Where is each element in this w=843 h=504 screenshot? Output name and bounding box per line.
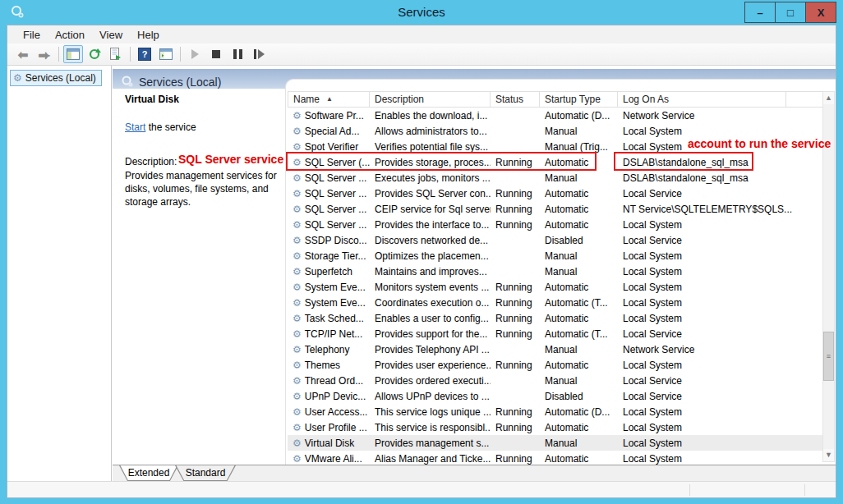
status-separator: [689, 484, 690, 496]
refresh-icon: [88, 48, 101, 61]
maximize-button[interactable]: □: [775, 2, 806, 23]
services-gear-icon: ⚙: [13, 73, 22, 83]
service-gear-icon: ⚙: [293, 438, 302, 448]
back-arrow-icon: ⬅: [18, 48, 29, 61]
services-detail-panel: Services (Local) Virtual Disk Start the …: [113, 66, 836, 481]
list-header: Name▲ Description Status Startup Type Lo…: [288, 91, 826, 108]
table-row[interactable]: ⚙Software Pr... Enables the download, i.…: [288, 108, 826, 123]
service-gear-icon: ⚙: [293, 423, 302, 433]
start-service-button[interactable]: [185, 45, 205, 63]
stop-icon: [212, 50, 220, 58]
table-row[interactable]: ⚙Task Sched... Enables a user to config.…: [288, 310, 826, 326]
table-row[interactable]: ⚙Superfetch Maintains and improves... Ma…: [288, 263, 826, 279]
service-gear-icon: ⚙: [293, 236, 302, 245]
table-row[interactable]: ⚙Storage Tier... Optimizes the placemen.…: [288, 248, 826, 263]
export-list-button[interactable]: [106, 45, 126, 63]
service-gear-icon: ⚙: [293, 111, 302, 121]
service-gear-icon: ⚙: [293, 298, 302, 308]
table-row[interactable]: ⚙Telephony Provides Telephony API ... Ma…: [288, 341, 826, 357]
service-action-line: Start the service: [125, 121, 196, 133]
scroll-down-arrow[interactable]: ▼: [823, 449, 834, 461]
window-title: Services: [0, 5, 843, 19]
column-header-description[interactable]: Description: [370, 91, 491, 108]
pause-service-button[interactable]: [228, 45, 247, 63]
sort-ascending-icon: ▲: [326, 95, 333, 103]
scrollbar-thumb[interactable]: ≡: [823, 332, 834, 381]
menu-help[interactable]: Help: [130, 27, 167, 43]
show-console-tree-button[interactable]: [63, 45, 83, 63]
table-row[interactable]: ⚙SQL Server ... Executes jobs, monitors …: [288, 170, 826, 186]
scroll-up-arrow[interactable]: ▲: [823, 92, 834, 104]
title-bar: Services – □ X: [0, 0, 843, 25]
menu-view[interactable]: View: [92, 27, 130, 43]
console-tree-pane: ⚙ Services (Local): [7, 66, 112, 481]
service-gear-icon: ⚙: [293, 454, 302, 464]
service-gear-icon: ⚙: [293, 189, 302, 199]
service-gear-icon: ⚙: [293, 314, 302, 323]
svg-text:?: ?: [142, 49, 148, 59]
table-row[interactable]: ⚙Thread Ord... Provides ordered executi.…: [288, 373, 826, 388]
services-window: Services – □ X File Action View Help ⬅ ⮕: [0, 0, 843, 504]
table-row[interactable]: ⚙Themes Provides user experience... Runn…: [288, 357, 826, 373]
toolbar: ⬅ ⮕ ?: [7, 44, 836, 66]
menu-bar: File Action View Help: [7, 25, 836, 44]
restart-service-button[interactable]: [249, 45, 269, 63]
back-button[interactable]: ⬅: [13, 45, 33, 63]
start-service-link[interactable]: Start: [125, 121, 145, 133]
column-header-filler: [786, 91, 826, 108]
services-header-icon: [121, 75, 135, 89]
table-row[interactable]: ⚙SQL Server ... CEIP service for Sql ser…: [288, 201, 826, 217]
service-gear-icon: ⚙: [293, 126, 302, 136]
service-gear-icon: ⚙: [293, 392, 302, 401]
tree-item-label: Services (Local): [25, 72, 96, 84]
show-action-pane-button[interactable]: [156, 45, 176, 63]
table-row[interactable]: ⚙User Profile ... This service is respon…: [288, 419, 826, 435]
status-separator: [804, 484, 805, 496]
column-header-log-on-as[interactable]: Log On As: [618, 91, 786, 108]
service-gear-icon: ⚙: [293, 407, 302, 417]
view-tab-bar: Extended Standard: [113, 465, 836, 481]
description-text: Provides management services for disks, …: [125, 169, 286, 208]
pause-icon: [233, 49, 242, 59]
service-gear-icon: ⚙: [293, 173, 302, 183]
restart-icon: [254, 49, 265, 59]
annotation-box-sql-server-row: [286, 152, 597, 171]
table-row[interactable]: ⚙SSDP Disco... Discovers networked de...…: [288, 232, 826, 248]
menu-file[interactable]: File: [16, 27, 48, 43]
service-gear-icon: ⚙: [293, 142, 302, 152]
table-row[interactable]: ⚙User Access... This service logs unique…: [288, 404, 826, 419]
help-button[interactable]: ?: [135, 45, 154, 63]
close-button[interactable]: X: [805, 2, 836, 23]
table-row[interactable]: ⚙System Eve... Coordinates execution o..…: [288, 295, 826, 310]
help-icon: ?: [138, 48, 151, 61]
refresh-button[interactable]: [85, 45, 104, 63]
annotation-sql-server-service: SQL Server service: [178, 153, 283, 166]
annotation-account-to-run-service: account to run the service: [688, 137, 831, 150]
column-header-name[interactable]: Name▲: [288, 91, 370, 108]
annotation-box-logon-account: [614, 152, 753, 171]
table-row[interactable]: ⚙System Eve... Monitors system events ..…: [288, 279, 826, 295]
table-row[interactable]: ⚙UPnP Devic... Allows UPnP devices to ..…: [288, 388, 826, 404]
tree-item-services-local[interactable]: ⚙ Services (Local): [10, 70, 102, 86]
service-gear-icon: ⚙: [293, 267, 302, 277]
description-label: Description:: [125, 156, 177, 167]
tab-standard[interactable]: Standard: [175, 465, 236, 481]
table-row[interactable]: ⚙Virtual Disk Provides management s... M…: [288, 435, 826, 451]
column-header-startup-type[interactable]: Startup Type: [540, 91, 618, 108]
action-pane-icon: [159, 48, 173, 60]
selected-service-name: Virtual Disk: [125, 94, 179, 105]
table-row[interactable]: ⚙TCP/IP Net... Provides support for the.…: [288, 326, 826, 341]
table-row[interactable]: ⚙SQL Server ... Provides SQL Server con.…: [288, 186, 826, 201]
stop-service-button[interactable]: [206, 45, 226, 63]
action-suffix: the service: [145, 121, 196, 133]
play-icon: [191, 49, 199, 59]
toolbar-separator: [180, 47, 181, 62]
forward-button[interactable]: ⮕: [35, 45, 54, 63]
menu-action[interactable]: Action: [48, 27, 92, 43]
tab-extended[interactable]: Extended: [119, 465, 178, 481]
toolbar-separator: [130, 47, 131, 62]
column-header-status[interactable]: Status: [491, 91, 540, 108]
status-bar: [7, 481, 836, 497]
minimize-button[interactable]: –: [744, 2, 776, 23]
table-row[interactable]: ⚙SQL Server ... Provides the interface t…: [288, 217, 826, 232]
